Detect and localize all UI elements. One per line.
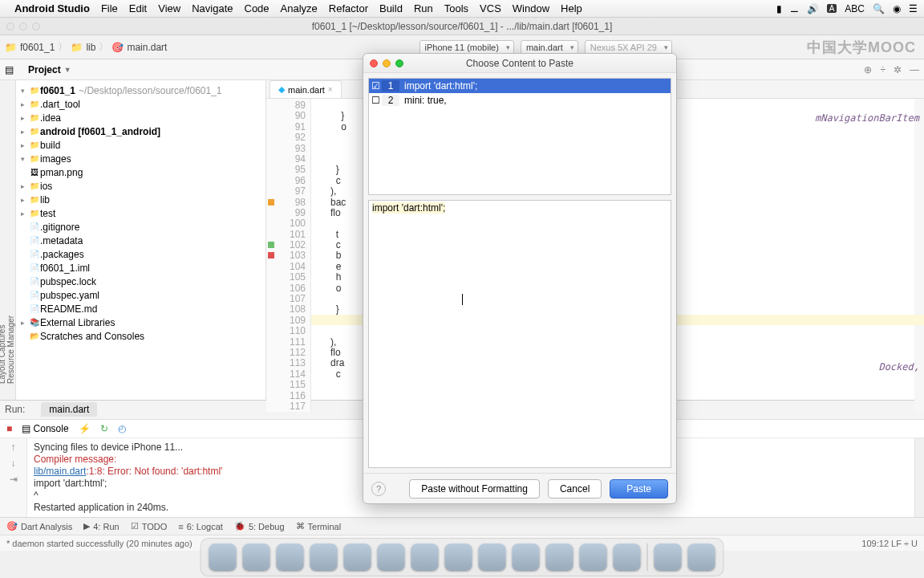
menu-build[interactable]: Build (379, 2, 403, 14)
clipboard-item[interactable]: ☐2mini: true, (369, 93, 671, 108)
siri-icon[interactable]: ◉ (893, 3, 901, 14)
dock-app[interactable] (310, 543, 338, 571)
project-tree[interactable]: ▾📁f0601_1~/Desktop/lesson/source/f0601_1… (16, 80, 266, 400)
tree-node[interactable]: 📄pubspec.lock (16, 275, 265, 288)
dock-app[interactable] (513, 543, 540, 571)
zoom-icon[interactable] (32, 22, 40, 31)
chevron-down-icon[interactable]: ▼ (64, 66, 71, 74)
tree-node[interactable]: 📄.metadata (16, 234, 265, 247)
tree-node[interactable]: ▸📁.dart_tool (16, 97, 265, 111)
dock-app[interactable] (546, 543, 573, 571)
down-icon[interactable]: ↓ (11, 458, 16, 469)
breadcrumb-lib[interactable]: lib (86, 42, 95, 53)
tree-node[interactable]: ▸📁test (16, 206, 265, 220)
menu-tools[interactable]: Tools (444, 2, 468, 14)
dock-app[interactable] (378, 543, 405, 571)
dock-app[interactable] (209, 543, 237, 571)
help-icon[interactable]: ? (371, 482, 386, 496)
dialog-zoom-icon[interactable] (395, 59, 403, 67)
tree-node[interactable]: ▾📁f0601_1~/Desktop/lesson/source/f0601_1 (16, 83, 265, 97)
dialog-minimize-icon[interactable] (383, 59, 391, 67)
tree-node[interactable]: ▸📁.idea (16, 111, 265, 124)
ime-label[interactable]: ABC (845, 3, 865, 14)
tree-node[interactable]: ▾📁images (16, 152, 265, 165)
dock-app[interactable] (344, 543, 371, 571)
clipboard-preview[interactable]: import 'dart:html'; (368, 200, 671, 468)
run-tab[interactable]: main.dart (41, 402, 97, 417)
menu-code[interactable]: Code (245, 2, 270, 14)
project-toggle-icon[interactable]: ▤ (5, 64, 14, 75)
clipboard-list[interactable]: ☑1import 'dart:html';☐2mini: true, (368, 78, 671, 195)
tree-node[interactable]: ▸📁build (16, 138, 265, 152)
scrollbar[interactable] (914, 438, 924, 517)
dock-app[interactable] (654, 543, 682, 571)
paste-button[interactable]: Paste (610, 479, 668, 499)
bottom-tab[interactable]: 🎯Dart Analysis (6, 521, 72, 531)
rail-resource-manager[interactable]: Resource Manager (6, 83, 15, 384)
hot-reload-icon[interactable]: ⚡ (79, 423, 91, 434)
breadcrumb-file[interactable]: main.dart (127, 42, 167, 53)
open-devtools-icon[interactable]: ◴ (118, 423, 126, 434)
menu-run[interactable]: Run (414, 2, 433, 14)
menu-view[interactable]: View (158, 2, 180, 14)
editor-tab-main[interactable]: ◆ main.dart × (270, 80, 342, 98)
dock-app[interactable] (580, 543, 607, 571)
dock-app[interactable] (445, 543, 472, 571)
tree-node[interactable]: ▸📁ios (16, 179, 265, 193)
breadcrumb-root[interactable]: f0601_1 (20, 42, 55, 53)
minimize-icon[interactable] (19, 22, 27, 31)
run-config-selector[interactable]: main.dart (521, 40, 578, 55)
notification-icon[interactable]: ☰ (909, 3, 918, 14)
dock-app[interactable] (243, 543, 270, 571)
menu-refactor[interactable]: Refactor (329, 2, 368, 14)
tree-node[interactable]: 📄.gitignore (16, 220, 265, 234)
bottom-tab[interactable]: ≡6: Logcat (178, 522, 223, 531)
menu-analyze[interactable]: Analyze (281, 2, 318, 14)
project-label[interactable]: Project (28, 64, 61, 75)
tree-node[interactable]: 📄pubspec.yaml (16, 288, 265, 302)
bottom-tab[interactable]: 🐞5: Debug (234, 521, 285, 531)
dock-app[interactable] (411, 543, 439, 571)
collapse-icon[interactable]: ÷ (880, 64, 886, 75)
tree-node[interactable]: 📂Scratches and Consoles (16, 329, 265, 343)
up-icon[interactable]: ↑ (11, 442, 16, 453)
tree-node[interactable]: ▸📚External Libraries (16, 315, 265, 329)
rail-layout-captures[interactable]: Layout Captures (0, 83, 6, 384)
console-tab[interactable]: ▤ Console (22, 423, 68, 434)
gear-icon[interactable]: ✲ (894, 64, 902, 75)
dock-app[interactable] (479, 543, 506, 571)
close-icon[interactable] (6, 22, 14, 31)
dock-app[interactable] (614, 543, 641, 571)
device-selector[interactable]: iPhone 11 (mobile) (419, 40, 514, 55)
menu-window[interactable]: Window (513, 2, 549, 14)
input-source[interactable]: A (827, 4, 837, 13)
tree-node[interactable]: ▸📁android [f0601_1_android] (16, 124, 265, 138)
bottom-tab[interactable]: ⌘Terminal (296, 521, 342, 531)
menu-navigate[interactable]: Navigate (192, 2, 233, 14)
clipboard-item[interactable]: ☑1import 'dart:html'; (369, 79, 671, 93)
wrap-icon[interactable]: ⇥ (10, 474, 18, 485)
tree-node[interactable]: 📄.packages (16, 247, 265, 261)
spotlight-icon[interactable]: 🔍 (873, 3, 885, 14)
paste-without-formatting-button[interactable]: Paste without Formatting (409, 479, 540, 499)
dock-app[interactable] (277, 543, 304, 571)
dock-app[interactable] (688, 543, 715, 571)
hot-restart-icon[interactable]: ↻ (100, 423, 108, 434)
menu-file[interactable]: File (101, 2, 118, 14)
menu-help[interactable]: Help (561, 2, 582, 14)
close-tab-icon[interactable]: × (328, 85, 333, 94)
hide-icon[interactable]: — (910, 64, 919, 75)
target-icon[interactable]: ⊕ (864, 64, 872, 75)
menu-edit[interactable]: Edit (129, 2, 147, 14)
app-name[interactable]: Android Studio (14, 2, 90, 14)
cancel-button[interactable]: Cancel (548, 479, 602, 499)
tree-node[interactable]: 📄f0601_1.iml (16, 261, 265, 275)
rerun-icon[interactable]: ■ (6, 423, 12, 434)
menu-vcs[interactable]: VCS (480, 2, 501, 14)
bottom-tab[interactable]: ☑TODO (131, 521, 168, 531)
bottom-tab[interactable]: ▶4: Run (83, 521, 119, 531)
tree-node[interactable]: 📄README.md (16, 302, 265, 315)
tree-node[interactable]: ▸📁lib (16, 193, 265, 206)
dialog-close-icon[interactable] (370, 59, 378, 67)
avd-selector[interactable]: Nexus 5X API 29 (585, 40, 672, 55)
